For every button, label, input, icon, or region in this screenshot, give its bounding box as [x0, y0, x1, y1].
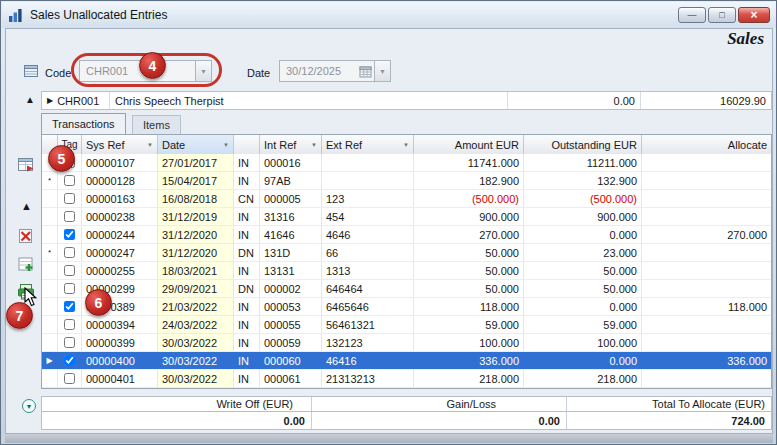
column-header-ext-ref[interactable]: Ext Ref▼ [322, 135, 414, 154]
amount-cell: 900.000 [414, 208, 524, 225]
allocate-cell [642, 316, 771, 333]
table-row[interactable]: ▶ 00000400 30/03/2022 IN 000060 46416 33… [42, 352, 771, 370]
code-dropdown-icon[interactable]: ▼ [195, 61, 211, 81]
table-row[interactable]: * 00000128 15/04/2017 IN 97AB 182.900 13… [42, 172, 771, 190]
int-ref-cell: 000016 [260, 154, 322, 171]
amount-cell: 50.000 [414, 262, 524, 279]
date-cell: 15/04/2017 [158, 172, 234, 189]
date-cell: 29/09/2021 [158, 280, 234, 297]
allocate-cell [642, 172, 771, 189]
int-ref-cell: 97AB [260, 172, 322, 189]
checkbox-cell [58, 172, 82, 189]
int-ref-cell: 000061 [260, 370, 322, 387]
allocate-checkbox[interactable] [64, 229, 75, 240]
ext-ref-header-label: Ext Ref [326, 139, 362, 151]
column-header-date[interactable]: Date▼ [158, 135, 234, 154]
table-row[interactable]: 00000394 24/03/2022 IN 000055 56461321 5… [42, 316, 771, 334]
allocate-checkbox[interactable] [64, 157, 75, 168]
tab-transactions[interactable]: Transactions [41, 113, 126, 134]
allocation-grid-icon[interactable] [17, 156, 35, 174]
summary-dropdown-button[interactable]: ▼ [22, 399, 36, 413]
date-cell: 24/03/2022 [158, 316, 234, 333]
amount-cell: 336.000 [414, 352, 524, 369]
table-row[interactable]: 00000399 30/03/2022 IN 000059 132123 100… [42, 334, 771, 352]
maximize-button[interactable]: □ [708, 7, 736, 23]
ext-ref-cell: 46416 [322, 352, 414, 369]
allocate-checkbox[interactable] [64, 265, 75, 276]
clear-allocation-icon[interactable] [17, 227, 35, 245]
doc-type-cell: DN [234, 280, 260, 297]
sys-ref-cell: 00000107 [82, 154, 158, 171]
column-header-allocate[interactable]: Allocate [642, 135, 771, 154]
allocate-checkbox[interactable] [64, 301, 75, 312]
column-header-sys-ref[interactable]: Sys Ref▼ [82, 135, 158, 154]
int-ref-cell: 131D [260, 244, 322, 261]
collapse-button[interactable]: ▲ [25, 94, 35, 105]
gain-loss-value: 0.00 [312, 412, 567, 429]
column-header-int-ref[interactable]: Int Ref▼ [260, 135, 322, 154]
table-row[interactable]: 00000244 31/12/2020 IN 41646 4646 270.00… [42, 226, 771, 244]
collapse-all-icon[interactable]: ▲ [21, 200, 32, 212]
filter-arrow-icon[interactable]: ▼ [400, 142, 409, 148]
allocate-checkbox[interactable] [64, 319, 75, 330]
grid-body: * 00000107 27/01/2017 IN 000016 11741.00… [42, 154, 771, 388]
column-header-doc-type[interactable] [234, 135, 260, 154]
customer-row[interactable]: ▶ CHR001 Chris Speech Therpist 0.00 1602… [41, 91, 772, 110]
allocate-checkbox[interactable] [64, 211, 75, 222]
titlebar[interactable]: Sales Unallocated Entries — □ × [2, 2, 776, 28]
allocate-checkbox[interactable] [64, 175, 75, 186]
table-row[interactable]: 00000401 30/03/2022 IN 000061 21313213 2… [42, 370, 771, 388]
date-cell: 16/08/2018 [158, 190, 234, 207]
allocate-checkbox[interactable] [64, 337, 75, 348]
checkbox-cell [58, 226, 82, 243]
date-picker[interactable]: 30/12/2025 ▼ [279, 60, 391, 82]
auto-allocate-icon[interactable] [17, 255, 35, 273]
allocate-cell: 336.000 [642, 352, 771, 369]
sys-ref-cell: 00000163 [82, 190, 158, 207]
table-row[interactable]: 00000238 31/12/2019 IN 31316 454 900.000… [42, 208, 771, 226]
int-ref-cell: 000060 [260, 352, 322, 369]
table-row[interactable]: 00000299 29/09/2021 DN 000002 646464 50.… [42, 280, 771, 298]
filter-arrow-icon[interactable]: ▼ [144, 142, 153, 148]
column-header-amount[interactable]: Amount EUR [414, 135, 524, 154]
amount-cell: (500.000) [414, 190, 524, 207]
print-icon[interactable] [17, 283, 35, 301]
filter-arrow-icon[interactable]: ▼ [220, 142, 229, 148]
outstanding-cell: 132.900 [524, 172, 642, 189]
customer-amount-cell: 0.00 [508, 92, 641, 109]
close-button[interactable]: × [738, 7, 770, 23]
row-pointer-icon: ▶ [47, 96, 53, 105]
table-row[interactable]: 00000255 18/03/2021 IN 13131 1313 50.000… [42, 262, 771, 280]
row-indicator [42, 262, 58, 279]
table-row[interactable]: 00000163 16/08/2018 CN 000005 123 (500.0… [42, 190, 771, 208]
tab-items[interactable]: Items [132, 115, 181, 134]
column-header-outstanding[interactable]: Outstanding EUR [524, 135, 642, 154]
sys-ref-cell: 00000255 [82, 262, 158, 279]
allocate-checkbox[interactable] [64, 355, 75, 366]
checkbox-cell [58, 280, 82, 297]
doc-type-cell: IN [234, 298, 260, 315]
outstanding-cell: 23.000 [524, 244, 642, 261]
code-label: Code [45, 67, 71, 79]
int-ref-cell: 000002 [260, 280, 322, 297]
code-combobox[interactable]: CHR001 ▼ [79, 60, 212, 82]
amount-cell: 118.000 [414, 298, 524, 315]
doc-type-cell: IN [234, 352, 260, 369]
date-label: Date [247, 67, 270, 79]
table-row[interactable]: * 00000107 27/01/2017 IN 000016 11741.00… [42, 154, 771, 172]
allocate-checkbox[interactable] [64, 283, 75, 294]
filter-arrow-icon[interactable]: ▼ [308, 142, 317, 148]
allocate-checkbox[interactable] [64, 373, 75, 384]
code-value: CHR001 [80, 65, 195, 77]
date-cell: 30/03/2022 [158, 352, 234, 369]
table-row[interactable]: 00000389 21/03/2022 IN 000053 6465646 11… [42, 298, 771, 316]
date-dropdown-icon[interactable]: ▼ [374, 61, 390, 81]
allocate-cell [642, 154, 771, 171]
minimize-button[interactable]: — [678, 7, 706, 23]
column-header-tag[interactable]: Tag [58, 135, 82, 154]
int-ref-cell: 000005 [260, 190, 322, 207]
table-row[interactable]: * 00000247 31/12/2020 DN 131D 66 50.000 … [42, 244, 771, 262]
allocate-checkbox[interactable] [64, 247, 75, 258]
doc-type-cell: IN [234, 172, 260, 189]
allocate-checkbox[interactable] [64, 193, 75, 204]
